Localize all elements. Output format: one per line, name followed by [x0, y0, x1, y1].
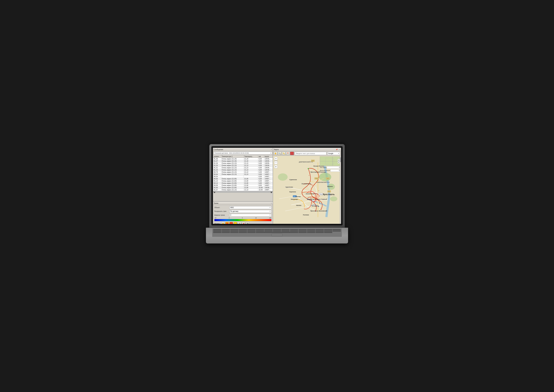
spacebar: [256, 232, 298, 233]
map-track-btn[interactable]: 📍: [290, 152, 294, 155]
col-inputs[interactable]: inputs: [264, 155, 273, 158]
map-nav-arrows: ▲ ▼: [338, 159, 340, 163]
map-content[interactable]: ► ► ► 78К-0002 Ярославль ДЗЕРЖИНСКИЙ Р-Н…: [273, 156, 341, 224]
map-type-dropdown[interactable]: ▼: [327, 166, 340, 169]
zoom-out-btn[interactable]: −: [274, 161, 277, 164]
city-kotoros: Которосль: [312, 205, 319, 207]
key: [213, 232, 222, 233]
table-row[interactable]: 81,57Очень жарко (21,13)21,1310,0014087.…: [213, 189, 273, 191]
map-zoom-btn[interactable]: 🔍: [278, 152, 282, 155]
map-right-panel: ▲ ▼ Тип карты ▼: [320, 156, 340, 172]
messages-table-body: 81,36Очень жарко (21,19)21,196,0013039..…: [213, 158, 273, 191]
key: [298, 232, 307, 233]
map-vscroll[interactable]: [340, 156, 341, 224]
icon-btn-3[interactable]: 🔴: [229, 222, 233, 224]
google-dropdown[interactable]: Google ▼: [327, 152, 340, 155]
messages-panel-header: Сообщения ×: [213, 148, 273, 151]
map-search-input[interactable]: [295, 152, 326, 155]
city-zverintsy: Зверинцы: [291, 198, 298, 200]
messages-close-btn[interactable]: ×: [271, 149, 272, 150]
object-input[interactable]: 0002 ▼: [229, 206, 271, 209]
nav-down[interactable]: ▼: [338, 161, 340, 163]
table-row[interactable]: 80,14Очень жарко (21,00)21,006,0014087..…: [213, 182, 273, 184]
messages-panel-title: Сообщения: [214, 148, 223, 150]
messages-table: уровен... Температура 1 Температу... sat…: [213, 155, 273, 191]
map-pin-btn[interactable]: 📌: [336, 149, 338, 150]
map-hand-btn[interactable]: ✋: [274, 152, 277, 155]
city-filino: Филино: [327, 186, 333, 187]
table-row[interactable]: 81,36Очень жарко (21,19)21,196,0013039..…: [213, 158, 273, 160]
table-row[interactable]: 81,31Очень жарко (21,13)21,136,0013039..…: [213, 167, 273, 169]
map-close-btn[interactable]: ×: [339, 149, 340, 150]
map-compass[interactable]: ⊕: [274, 165, 277, 168]
key: [239, 232, 247, 233]
table-row[interactable]: 80,56Очень жарко (21,00)21,006,0014087..…: [213, 178, 273, 180]
key: [298, 229, 307, 230]
messages-dropdown[interactable]: Показания датчиков - 0002 (2019/05/23 00…: [214, 152, 272, 154]
road-p151: Р151: [314, 177, 319, 180]
key: [324, 230, 332, 231]
icon-btn-4[interactable]: 🟡: [234, 222, 237, 224]
scroll-right-btn[interactable]: ►: [270, 191, 272, 193]
table-row[interactable]: 80,64Очень жарко (21,13)21,136,0014087..…: [213, 173, 273, 175]
map-ruler-btn[interactable]: 📏: [282, 152, 286, 155]
object-label: Объект:: [214, 207, 229, 208]
city-ostash: Осташинское: [302, 183, 311, 185]
map-pin-tool-btn[interactable]: 📍: [286, 152, 290, 155]
map-additional-dropdown[interactable]: ▼: [330, 169, 340, 172]
icon-btn-7[interactable]: 🏁: [246, 222, 249, 224]
tracks-close-btn[interactable]: ×: [271, 203, 272, 204]
trackpad[interactable]: [271, 233, 283, 236]
stop-label: Stop: [319, 193, 323, 195]
width-input[interactable]: 3 ▼: [229, 214, 271, 217]
city-yarmosk: Ярославль Московский: [311, 210, 327, 212]
icon-btn-6[interactable]: 📌: [242, 222, 245, 224]
key: [332, 229, 341, 230]
table-row[interactable]: 81,37Очень жарко (21,19)21,196,0013039..…: [213, 160, 273, 162]
map-zoom-controls: + − ⊕: [274, 157, 277, 168]
table-header-row: уровен... Температура 1 Температу... sat…: [213, 155, 273, 158]
color-input[interactable]: По датчику ▼: [229, 210, 271, 213]
key: [222, 232, 230, 233]
key: [281, 229, 290, 230]
icon-btn-5[interactable]: 📍: [238, 222, 241, 224]
table-row[interactable]: 80,78Очень жарко (21,13)21,136,0014087..…: [213, 171, 273, 173]
messages-scrollbar[interactable]: ◄ ►: [213, 191, 273, 193]
scroll-left-btn[interactable]: ◄: [213, 191, 215, 193]
scrollbar-track[interactable]: [215, 191, 270, 193]
col-temp2[interactable]: Температу...: [243, 155, 258, 158]
key: [307, 230, 315, 231]
key: [230, 232, 238, 233]
keyboard-row-1: [213, 229, 341, 230]
col-sat[interactable]: sat: [258, 155, 264, 158]
key: [273, 229, 281, 230]
district-leninsky: ЛЕНИНСКИЙ Р-Н: [305, 193, 318, 195]
table-row[interactable]: 80,546,0014087...: [213, 175, 273, 178]
col-temp1[interactable]: Температура 1: [221, 155, 243, 158]
mini-map[interactable]: ▲ ▼: [320, 156, 340, 166]
col-level[interactable]: уровен...: [213, 155, 221, 158]
key: [298, 230, 307, 231]
key: [247, 229, 256, 230]
key: [247, 232, 256, 233]
table-row[interactable]: 80,08Очень жарко (21,00)21,008,0014087..…: [213, 184, 273, 186]
table-row[interactable]: 82,00Очень жарко (21,00)21,0010,0013039.…: [213, 186, 273, 189]
city-churilkovo: Чурилково: [285, 186, 293, 188]
table-row[interactable]: 81,15Очень жарко (21,13)21,136,0013039..…: [213, 169, 273, 171]
icon-btn-2[interactable]: 🔴: [225, 222, 229, 224]
key: [324, 232, 332, 233]
key: [316, 229, 324, 230]
nav-up[interactable]: ▲: [338, 159, 340, 161]
svg-point-6: [318, 174, 319, 175]
key: [264, 229, 273, 230]
key: [256, 230, 264, 231]
zoom-in-btn[interactable]: +: [274, 157, 277, 160]
table-row[interactable]: 81,13Очень жарко (21,00)21,006,0014087..…: [213, 180, 273, 182]
svg-point-11: [313, 197, 313, 198]
table-row[interactable]: 81,34Очень жарко (21,13)21,136,0013039..…: [213, 162, 273, 164]
icon-btn-1[interactable]: 😊: [221, 222, 225, 224]
key: [222, 230, 230, 231]
width-dropdown-arrow: ▼: [270, 214, 271, 216]
table-row[interactable]: 81,33Очень жарко (21,13)21,136,0013039..…: [213, 164, 273, 167]
svg-point-8: [314, 184, 315, 185]
